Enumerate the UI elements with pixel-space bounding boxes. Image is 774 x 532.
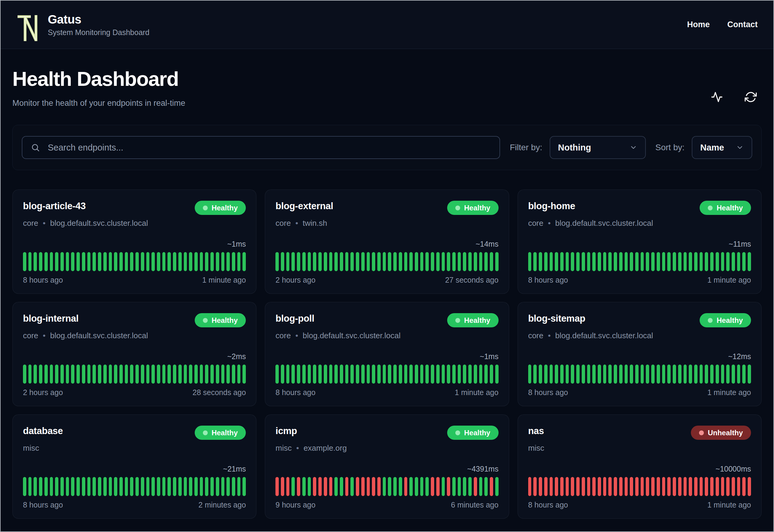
uptime-bar[interactable] <box>528 477 532 496</box>
uptime-bar[interactable] <box>340 252 343 271</box>
uptime-bar[interactable] <box>684 365 687 384</box>
uptime-bar[interactable] <box>598 477 601 496</box>
uptime-bar[interactable] <box>356 365 359 384</box>
uptime-bar[interactable] <box>646 365 649 384</box>
uptime-bar[interactable] <box>689 477 692 496</box>
uptime-bar[interactable] <box>167 477 171 496</box>
uptime-bar[interactable] <box>350 252 354 271</box>
uptime-bar[interactable] <box>625 365 628 384</box>
uptime-bar[interactable] <box>242 252 246 271</box>
uptime-bar[interactable] <box>221 252 225 271</box>
uptime-bar[interactable] <box>592 252 596 271</box>
uptime-bar[interactable] <box>539 365 542 384</box>
sort-select[interactable]: Name <box>692 136 752 159</box>
uptime-bar[interactable] <box>178 477 182 496</box>
uptime-bar[interactable] <box>592 477 596 496</box>
uptime-bar[interactable] <box>399 477 402 496</box>
uptime-bar[interactable] <box>44 477 48 496</box>
uptime-bar[interactable] <box>216 365 219 384</box>
uptime-bar[interactable] <box>114 252 117 271</box>
uptime-bar[interactable] <box>641 252 644 271</box>
uptime-bar[interactable] <box>297 252 300 271</box>
uptime-bar[interactable] <box>560 365 564 384</box>
uptime-bar[interactable] <box>582 365 585 384</box>
uptime-bar[interactable] <box>60 477 64 496</box>
uptime-bar[interactable] <box>334 477 338 496</box>
uptime-bar[interactable] <box>205 365 208 384</box>
uptime-bar[interactable] <box>125 477 128 496</box>
uptime-bar[interactable] <box>151 252 155 271</box>
uptime-bar[interactable] <box>383 252 386 271</box>
uptime-bar[interactable] <box>232 252 235 271</box>
uptime-bar[interactable] <box>479 477 483 496</box>
uptime-bar[interactable] <box>184 477 187 496</box>
uptime-bar[interactable] <box>684 477 687 496</box>
endpoint-card[interactable]: blog-poll Healthy core • blog.default.sv… <box>265 302 509 406</box>
uptime-bar[interactable] <box>641 477 644 496</box>
uptime-bar[interactable] <box>566 252 569 271</box>
uptime-bar[interactable] <box>87 477 91 496</box>
uptime-bar[interactable] <box>146 365 150 384</box>
uptime-bar[interactable] <box>479 252 483 271</box>
uptime-bar[interactable] <box>576 365 580 384</box>
uptime-bar[interactable] <box>302 477 306 496</box>
uptime-bar[interactable] <box>388 477 391 496</box>
uptime-bar[interactable] <box>582 477 585 496</box>
uptime-bar[interactable] <box>119 365 123 384</box>
uptime-bar[interactable] <box>571 252 574 271</box>
uptime-bar[interactable] <box>603 252 607 271</box>
uptime-bar[interactable] <box>694 252 698 271</box>
uptime-bar[interactable] <box>98 365 101 384</box>
uptime-bar[interactable] <box>189 365 192 384</box>
refresh-icon[interactable] <box>745 91 757 103</box>
uptime-bar[interactable] <box>275 365 279 384</box>
uptime-bar[interactable] <box>458 252 461 271</box>
uptime-bar[interactable] <box>23 477 26 496</box>
uptime-bar[interactable] <box>409 477 413 496</box>
uptime-bar[interactable] <box>135 252 139 271</box>
uptime-bar[interactable] <box>178 365 182 384</box>
uptime-bar[interactable] <box>684 252 687 271</box>
endpoint-card[interactable]: blog-external Healthy core • twin.sh ~14… <box>265 190 509 294</box>
uptime-bar[interactable] <box>452 477 456 496</box>
uptime-bar[interactable] <box>742 477 746 496</box>
uptime-bar[interactable] <box>210 477 214 496</box>
uptime-bar[interactable] <box>44 252 48 271</box>
uptime-bar[interactable] <box>742 365 746 384</box>
uptime-bar[interactable] <box>167 252 171 271</box>
uptime-bar[interactable] <box>484 252 488 271</box>
filter-select[interactable]: Nothing <box>550 136 646 159</box>
uptime-bar[interactable] <box>308 365 311 384</box>
uptime-bar[interactable] <box>135 477 139 496</box>
uptime-bar[interactable] <box>232 477 235 496</box>
uptime-bar[interactable] <box>372 365 375 384</box>
uptime-bar[interactable] <box>646 477 649 496</box>
uptime-bar[interactable] <box>550 477 553 496</box>
uptime-bar[interactable] <box>23 252 26 271</box>
uptime-bar[interactable] <box>281 477 284 496</box>
uptime-bar[interactable] <box>667 365 671 384</box>
uptime-bar[interactable] <box>420 252 424 271</box>
uptime-bar[interactable] <box>200 365 203 384</box>
uptime-bar[interactable] <box>748 477 751 496</box>
uptime-bar[interactable] <box>700 365 703 384</box>
uptime-bar[interactable] <box>420 477 424 496</box>
uptime-bar[interactable] <box>463 365 466 384</box>
uptime-bar[interactable] <box>436 252 440 271</box>
uptime-bar[interactable] <box>587 252 590 271</box>
uptime-bar[interactable] <box>748 252 751 271</box>
uptime-bar[interactable] <box>141 252 144 271</box>
uptime-bar[interactable] <box>694 477 698 496</box>
uptime-bar[interactable] <box>130 252 133 271</box>
uptime-bar[interactable] <box>184 365 187 384</box>
uptime-bar[interactable] <box>184 252 187 271</box>
uptime-bar[interactable] <box>93 365 96 384</box>
uptime-bar[interactable] <box>286 252 290 271</box>
uptime-bar[interactable] <box>162 365 166 384</box>
uptime-bar[interactable] <box>28 477 32 496</box>
uptime-bar[interactable] <box>226 252 230 271</box>
uptime-bar[interactable] <box>151 477 155 496</box>
uptime-bar[interactable] <box>125 252 128 271</box>
nav-link-home[interactable]: Home <box>687 20 710 29</box>
uptime-bar[interactable] <box>415 365 418 384</box>
